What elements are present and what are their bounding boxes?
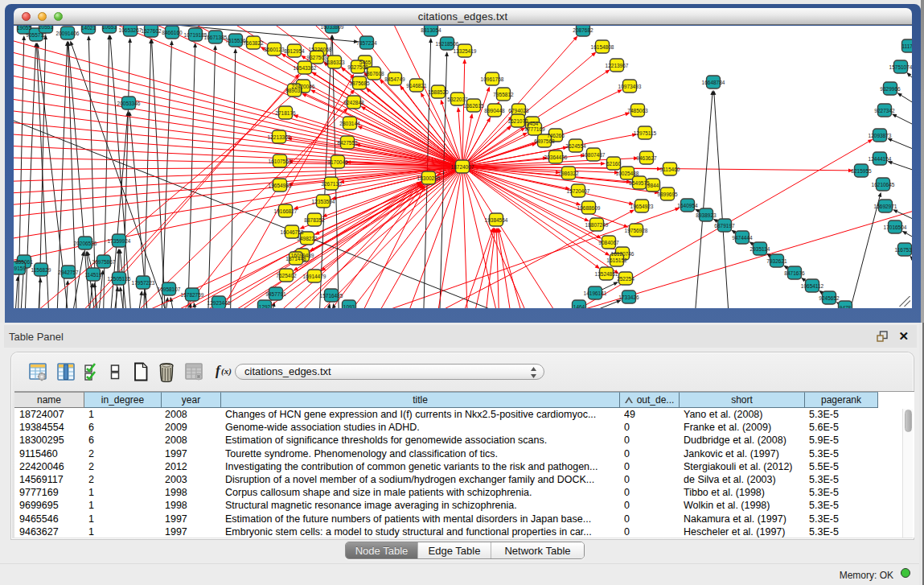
svg-text:9327508: 9327508 xyxy=(347,64,368,70)
column-header-title[interactable]: title xyxy=(221,392,620,408)
row-height-button[interactable] xyxy=(110,362,128,381)
table-header-row: namein_degreeyeartitleout_de...shortpage… xyxy=(14,392,914,408)
cell-title: Disruption of a novel member of a sodium… xyxy=(225,474,618,485)
svg-text:20091406: 20091406 xyxy=(56,31,80,36)
network-canvas[interactable]: 1905590557122055320091406140211065310653… xyxy=(14,26,912,308)
cell-title: Changes of HCN gene expression and I(f) … xyxy=(225,409,618,420)
svg-text:2942757: 2942757 xyxy=(58,270,79,275)
column-header-label: pagerank xyxy=(821,394,861,406)
network-window-frame: citations_edges.txt 19055905571220553200… xyxy=(5,4,921,323)
table-row[interactable]: 1938455462009Genome-wide association stu… xyxy=(14,422,914,435)
svg-text:9242848: 9242848 xyxy=(343,100,364,105)
tab-edge-table[interactable]: Edge Table xyxy=(418,542,491,558)
svg-text:16107553: 16107553 xyxy=(269,159,292,164)
svg-text:5454: 5454 xyxy=(527,121,539,126)
cell-year: 2008 xyxy=(165,409,220,420)
table-panel: Table Panel ✕ xyxy=(0,323,919,585)
cell-title: Tourette syndrome. Phenomenology and cla… xyxy=(225,448,618,459)
table-row[interactable]: 969969511998Structural magnetic resonanc… xyxy=(14,500,914,513)
table-row[interactable]: 946362711997Embryonic stem cells: a mode… xyxy=(14,526,914,539)
cell-name: 9463627 xyxy=(19,526,83,538)
cell-in_degree: 2 xyxy=(88,461,160,472)
svg-text:16543362: 16543362 xyxy=(294,65,317,71)
cell-short: Hescheler et al. (1997) xyxy=(684,526,803,538)
memory-status-label: Memory: OK xyxy=(840,570,893,581)
svg-text:8427552: 8427552 xyxy=(337,140,358,146)
svg-text:5322037: 5322037 xyxy=(447,97,468,102)
svg-text:18807249: 18807249 xyxy=(585,222,609,228)
cell-short: Yano et al. (2008) xyxy=(684,409,803,420)
svg-text:17016504: 17016504 xyxy=(884,225,907,230)
table-row[interactable]: 1830029562008Estimation of significance … xyxy=(14,435,914,447)
svg-text:16210645: 16210645 xyxy=(872,182,895,187)
table-row[interactable]: 977716911998Corpus callosum shape and si… xyxy=(14,487,914,500)
svg-text:10654112: 10654112 xyxy=(801,283,824,289)
cell-short: Jankovic et al. (1997) xyxy=(684,448,803,459)
scrollbar-thumb[interactable] xyxy=(905,410,912,432)
cell-in_degree: 6 xyxy=(88,435,160,446)
network-select-dropdown[interactable]: citations_edges.txt xyxy=(235,364,544,380)
column-header-year[interactable]: year xyxy=(162,392,221,408)
column-header-name[interactable]: name xyxy=(14,392,84,408)
delete-column-button[interactable] xyxy=(158,362,176,381)
svg-text:9115460: 9115460 xyxy=(660,167,680,172)
cell-pagerank: 5.3E-5 xyxy=(809,448,877,459)
column-header-label: name xyxy=(37,394,61,406)
svg-text:7955812: 7955812 xyxy=(493,92,514,97)
network-window-titlebar[interactable]: citations_edges.txt xyxy=(14,8,912,25)
cell-pagerank: 5.5E-5 xyxy=(809,461,877,472)
cell-year: 1997 xyxy=(165,513,220,525)
svg-text:12923446: 12923446 xyxy=(207,300,231,306)
vertical-scrollbar[interactable] xyxy=(902,409,913,538)
svg-text:855061: 855061 xyxy=(15,259,33,265)
table-row[interactable]: 1456911722003Disruption of a novel membe… xyxy=(14,474,914,487)
column-header-short[interactable]: short xyxy=(680,392,805,408)
table-row[interactable]: 2242004622012Investigating the contribut… xyxy=(14,461,914,474)
tab-node-table[interactable]: Node Table xyxy=(346,542,418,558)
cell-pagerank: 5.3E-5 xyxy=(809,513,877,525)
svg-text:9478: 9478 xyxy=(840,305,852,309)
show-columns-button[interactable] xyxy=(57,362,75,381)
svg-text:12444154: 12444154 xyxy=(869,156,892,162)
table-row[interactable]: 911546021997Tourette syndrome. Phenomeno… xyxy=(14,448,914,461)
svg-text:1167533: 1167533 xyxy=(895,247,912,253)
svg-text:12213967: 12213967 xyxy=(606,63,629,68)
table-disabled-icon xyxy=(185,370,203,384)
cell-short: Nakamura et al. (1997) xyxy=(684,513,803,525)
cell-pagerank: 5.9E-5 xyxy=(809,435,877,446)
tab-network-table[interactable]: Network Table xyxy=(491,542,584,558)
cell-in_degree: 1 xyxy=(88,500,160,511)
svg-text:3267130: 3267130 xyxy=(321,181,342,187)
table-row[interactable]: 946554611997Estimation of the future num… xyxy=(14,513,914,526)
svg-text:62160: 62160 xyxy=(606,161,621,167)
svg-text:13524851: 13524851 xyxy=(595,271,618,277)
cell-pagerank: 5.3E-5 xyxy=(809,500,877,511)
cell-title: Genome-wide association studies in ADHD. xyxy=(225,422,618,433)
select-columns-button[interactable] xyxy=(84,362,101,381)
svg-text:8466160: 8466160 xyxy=(162,30,183,35)
cell-name: 18724007 xyxy=(19,409,83,420)
table-options-button[interactable] xyxy=(29,362,47,381)
column-header-out_de[interactable]: out_de... xyxy=(620,392,680,408)
float-panel-icon[interactable] xyxy=(877,331,888,342)
column-header-pagerank[interactable]: pagerank xyxy=(805,392,878,408)
svg-text:9899695: 9899695 xyxy=(657,192,678,197)
new-column-button[interactable] xyxy=(133,362,150,381)
svg-text:9170046: 9170046 xyxy=(327,159,348,165)
column-header-in_degree[interactable]: in_degree xyxy=(84,392,162,408)
cell-in_degree: 2 xyxy=(88,448,160,459)
function-builder-button[interactable]: f (x) xyxy=(215,362,232,381)
close-panel-icon[interactable]: ✕ xyxy=(898,329,909,344)
import-table-button[interactable] xyxy=(185,362,203,381)
svg-text:9463627: 9463627 xyxy=(636,155,657,161)
svg-text:9146821: 9146821 xyxy=(406,83,427,89)
resize-grip-icon[interactable] xyxy=(899,296,910,307)
table-row[interactable]: 1872400712008Changes of HCN gene express… xyxy=(14,409,914,422)
cell-year: 1998 xyxy=(165,500,220,511)
svg-text:14021: 14021 xyxy=(81,26,96,31)
cell-out_de: 49 xyxy=(624,409,678,420)
cell-short: Franke et al. (2009) xyxy=(684,422,803,433)
cell-out_de: 0 xyxy=(624,500,678,511)
cell-out_de: 0 xyxy=(624,435,678,446)
column-header-label: title xyxy=(413,394,428,406)
